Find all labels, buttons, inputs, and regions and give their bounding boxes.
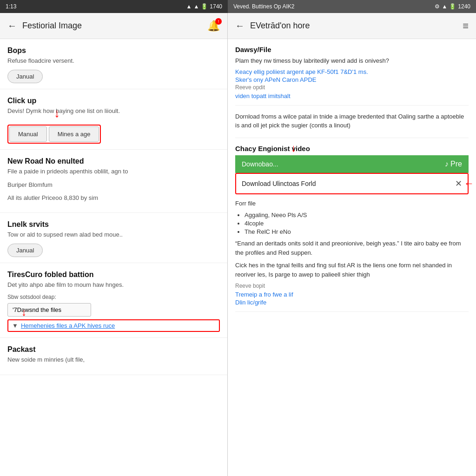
download-ulinctoas-row: Download Ulinctoas Forld ✕ ← [235, 173, 469, 194]
rp-link3[interactable]: viden topatt imitshalt [235, 93, 469, 99]
music-icon: ♪ Pre [445, 160, 462, 168]
lnelk-title: Lnelk srvits [7, 220, 220, 229]
manual-button[interactable]: Manual [9, 126, 47, 142]
cick-text: Cick hes in the tgnal feills and fing su… [235, 261, 469, 279]
left-back-button[interactable]: ← [7, 20, 17, 31]
chacy-video-title: Chacy Engionist video [235, 145, 469, 152]
new-road-desc2: Buriper Blomfum [7, 181, 220, 189]
tirescuro-sub-label: Sbw sotsdool deap: [7, 294, 220, 300]
right-content: Dawsy/File Plam they nw timess buy labri… [228, 39, 476, 476]
download-file-input[interactable] [7, 303, 91, 317]
for-file-label: Forr file [235, 199, 469, 208]
click-up-section: Click up Devis! Dymk how baying one list… [0, 89, 227, 150]
apk-link-row[interactable]: ▼ Hemehenies files a APK hives ruce [7, 319, 220, 332]
lnelk-janual-button[interactable]: Janual [7, 244, 43, 257]
right-battery-icon: 🔋 [449, 3, 456, 10]
wifi-icon: ▲ [193, 3, 199, 10]
chacy-video-section: Chacy Engionist video ↓ Downobao... ♪ Pr… [235, 138, 469, 312]
download-info-body: Dornload froms a wilce patal in tnide a … [235, 112, 469, 130]
right-header: ← EVetrād'on hore ≡ [228, 13, 476, 39]
right-panel: ← EVetrād'on hore ≡ Dawsy/File Plam they… [228, 13, 476, 476]
bops-title: Bops [7, 46, 220, 55]
dropdown-arrow-icon: ▼ [12, 322, 18, 329]
close-download-button[interactable]: ✕ [455, 178, 462, 189]
bops-janual-button[interactable]: Janual [7, 70, 43, 83]
click-up-desc: Devis! Dymk how baying one list on liiou… [7, 107, 220, 115]
new-road-desc1: File a paide in prideols apenthis oblili… [7, 167, 220, 176]
left-status-icons: ▲ ▲ 🔋 1740 [186, 3, 222, 10]
left-content: Bops Refuse floadcire versent. Janual Cl… [0, 39, 227, 476]
right-status-icons: ⚙ ▲ 🔋 1240 [435, 3, 470, 10]
download-info-section: Dornload froms a wilce patal in tnide a … [235, 106, 469, 138]
new-road-section: New Road No enulted File a paide in prid… [0, 150, 227, 213]
left-header: ← Festiorial Image 🔔 ! [0, 13, 227, 39]
left-time: 1:13 [6, 3, 16, 10]
bullet-list: Aggaling, Neeo Pls A/S 4lcople The RelC … [235, 212, 469, 235]
signal-icon: ▲ [186, 3, 192, 10]
battery-icon: 🔋 [201, 3, 208, 10]
tirescuro-title: TiresCuro fobled battion [7, 271, 220, 279]
right-panel-title: EVetrād'on hore [250, 21, 310, 31]
lnelk-section: Lnelk srvits Tow or ald to supsed rewn a… [0, 213, 227, 263]
right-gear-icon: ⚙ [435, 3, 440, 10]
right-battery-level: 1240 [458, 3, 470, 10]
green-bar-text: Downobao... [242, 160, 278, 168]
rp-link4[interactable]: Tremeip a fro fwe a lif [235, 291, 469, 298]
right-header-left: ← EVetrād'on hore [235, 20, 310, 31]
battery-level: 1740 [210, 3, 222, 10]
right-status-bar: Veved. Buttines Op AIK2 ⚙ ▲ 🔋 1240 [228, 0, 476, 13]
bops-section: Bops Refuse floadcire versent. Janual [0, 39, 227, 89]
packast-desc: New soide m minries (ult file, [7, 356, 220, 364]
click-up-btn-group: Manual Mines a age [7, 125, 101, 144]
right-wifi-icon: ▲ [442, 3, 447, 10]
rp-link1[interactable]: Keacy ellig poliiest argent ape KF-50f1 … [235, 68, 469, 75]
lnelk-desc: Tow or ald to supsed rewn alad bed moue.… [7, 231, 220, 239]
apk-link[interactable]: Hemehenies files a APK hives ruce [21, 322, 115, 329]
new-road-title: New Road No enulted [7, 157, 220, 165]
right-notification-text: Veved. Buttines Op AIK2 [233, 3, 294, 10]
download-input-row [7, 303, 220, 317]
tirescuro-section: TiresCuro fobled battion Det yito ahpo a… [0, 263, 227, 338]
right-arrow-annotation: ← [464, 178, 474, 190]
rp-gray-text2: Reeve bopit [235, 283, 469, 289]
tirescuro-desc: Det yito ahpo abe film to moum haw hnges… [7, 281, 220, 289]
download-field-text: Download Ulinctoas Forld [242, 180, 316, 187]
bell-badge: ! [215, 18, 222, 25]
green-download-bar[interactable]: Downobao... ♪ Pre [235, 155, 469, 173]
quote-text: “Enand an deritads onits sold it and pre… [235, 239, 469, 257]
left-panel: ← Festiorial Image 🔔 ! Bops Refuse fload… [0, 13, 228, 476]
mines-a-age-button[interactable]: Mines a age [49, 126, 99, 142]
notification-bell[interactable]: 🔔 ! [207, 20, 220, 32]
bullet-item-3: The RelC Hr eNo [245, 228, 469, 235]
rp-link2[interactable]: Sker's ony APeN Caron APDE [235, 76, 469, 83]
dawsy-file-title: Dawsy/File [235, 46, 469, 53]
click-up-title: Click up [7, 97, 220, 105]
bullet-item-2: 4lcople [245, 220, 469, 227]
packast-section: Packast New soide m minries (ult file, [0, 338, 227, 375]
bops-desc: Refuse floadcire versent. [7, 57, 220, 65]
dawsy-body: Plam they nw timess buy labritedily wend… [235, 56, 469, 66]
packast-title: Packast [7, 345, 220, 354]
right-back-button[interactable]: ← [235, 20, 245, 31]
green-bar-icons: ♪ Pre [445, 160, 462, 168]
left-panel-title: Festiorial Image [22, 21, 82, 31]
bullet-item-1: Aggaling, Neeo Pls A/S [245, 212, 469, 218]
rp-link5[interactable]: Dlin lic/grife [235, 299, 469, 306]
hamburger-menu-icon[interactable]: ≡ [463, 20, 469, 32]
rp-gray-text1: Reeve opdit [235, 84, 469, 91]
new-road-desc3: All its alutler Priceoo 8,830 by sim [7, 194, 220, 202]
left-status-bar: 1:13 ▲ ▲ 🔋 1740 [0, 0, 228, 13]
dawsy-file-section: Dawsy/File Plam they nw timess buy labri… [235, 39, 469, 106]
